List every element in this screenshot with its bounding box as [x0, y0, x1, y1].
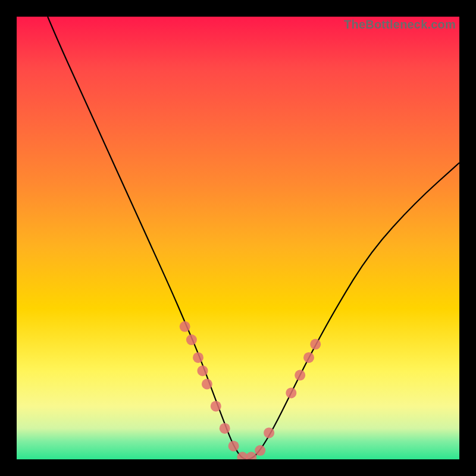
uncertainty-dot: [220, 423, 230, 434]
uncertainty-dot: [246, 452, 256, 459]
uncertainty-dot: [186, 334, 197, 345]
uncertainty-dot: [211, 401, 221, 412]
uncertainty-dot: [310, 339, 321, 350]
uncertainty-dot: [198, 365, 208, 376]
uncertainty-dot: [180, 321, 190, 332]
plot-area: TheBottleneck.com: [17, 17, 459, 459]
bottleneck-curve: [17, 17, 459, 459]
uncertainty-dot: [286, 387, 296, 398]
uncertainty-dot: [264, 427, 274, 438]
uncertainty-dot: [303, 352, 314, 363]
uncertainty-dot: [295, 370, 305, 381]
uncertainty-dot: [228, 441, 239, 452]
uncertainty-dot: [255, 445, 265, 456]
curve-path: [48, 17, 459, 459]
uncertainty-dot: [202, 379, 212, 390]
uncertainty-dots: [180, 321, 321, 459]
uncertainty-dot: [193, 352, 203, 363]
chart-frame: TheBottleneck.com: [0, 0, 476, 476]
